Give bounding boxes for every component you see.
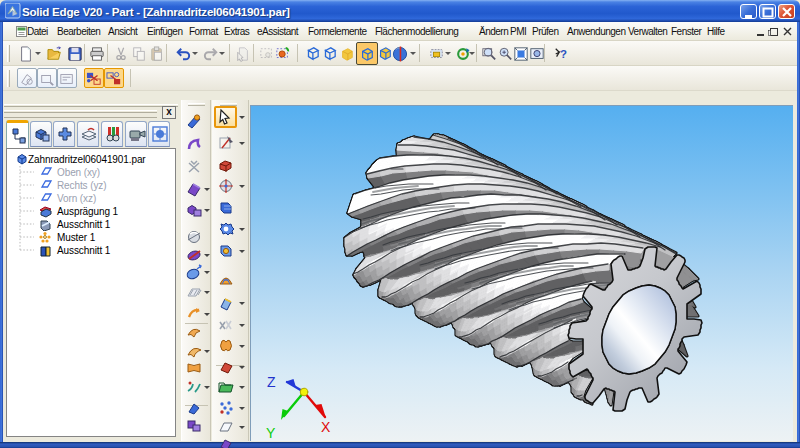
svg-text:Z: Z — [267, 374, 276, 390]
svg-text:Y: Y — [266, 425, 276, 441]
svg-text:?: ? — [560, 48, 567, 60]
svg-text:X: X — [321, 419, 331, 435]
